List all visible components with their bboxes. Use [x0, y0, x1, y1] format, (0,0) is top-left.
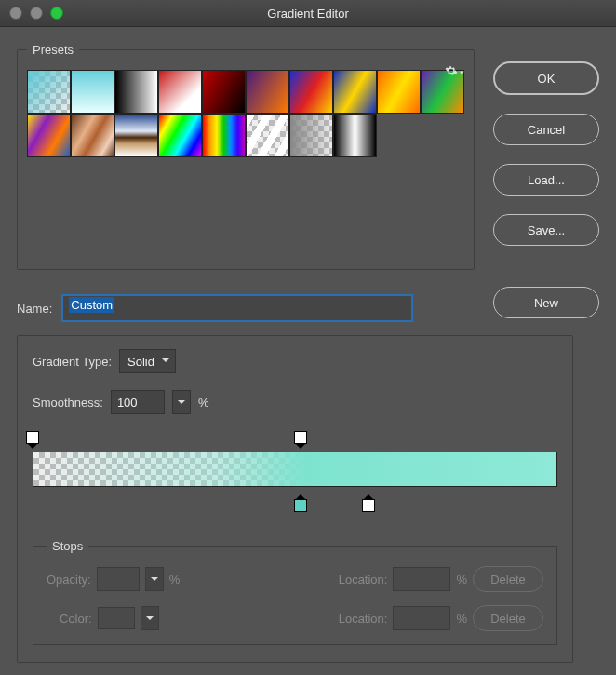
smoothness-stepper[interactable] — [172, 390, 191, 414]
opacity-location-input — [393, 567, 450, 591]
opacity-stepper — [145, 567, 164, 591]
color-stop[interactable] — [362, 489, 375, 509]
name-input-value: Custom — [69, 297, 114, 313]
preset-swatch[interactable] — [333, 114, 377, 157]
opacity-unit: % — [169, 573, 181, 587]
gradient-ramp[interactable] — [33, 431, 557, 517]
color-delete-button: Delete — [473, 605, 543, 631]
opacity-location-label: Location: — [339, 573, 388, 587]
name-label: Name: — [17, 302, 52, 316]
smoothness-unit: % — [198, 396, 209, 410]
window-zoom-button[interactable] — [50, 7, 63, 20]
opacity-input — [97, 567, 140, 591]
preset-swatch-grid — [27, 70, 464, 157]
load-button[interactable]: Load... — [493, 164, 599, 196]
preset-swatch[interactable] — [114, 70, 158, 114]
color-location-unit: % — [456, 612, 467, 626]
opacity-delete-button: Delete — [473, 566, 543, 592]
preset-swatch[interactable] — [158, 70, 202, 114]
presets-panel: Presets ▾ — [17, 43, 475, 270]
smoothness-label: Smoothness: — [33, 396, 103, 410]
stops-legend: Stops — [47, 539, 88, 553]
preset-swatch[interactable] — [377, 70, 421, 114]
titlebar: Gradient Editor — [0, 0, 616, 27]
smoothness-value: 100 — [117, 396, 138, 410]
preset-swatch[interactable] — [289, 70, 333, 114]
color-stop[interactable] — [294, 489, 307, 509]
gear-icon — [445, 64, 458, 80]
opacity-stop[interactable] — [26, 431, 39, 450]
opacity-label: Opacity: — [47, 573, 91, 587]
stops-panel: Stops Opacity: % Location: % Delete Colo… — [33, 539, 557, 645]
window-title: Gradient Editor — [0, 7, 616, 20]
preset-swatch[interactable] — [333, 70, 377, 114]
presets-menu-button[interactable]: ▾ — [445, 64, 464, 80]
gradient-type-select[interactable]: Solid — [119, 349, 176, 373]
preset-swatch[interactable] — [27, 114, 71, 157]
opacity-stop[interactable] — [294, 431, 307, 450]
color-label: Color: — [60, 612, 92, 626]
presets-legend: Presets — [27, 43, 79, 57]
window-minimize-button[interactable] — [30, 7, 43, 20]
chevron-down-icon: ▾ — [460, 68, 464, 77]
opacity-location-unit: % — [456, 573, 467, 587]
gradient-editor-window: Gradient Editor Presets ▾ Name: Custom — [0, 0, 616, 675]
ok-button[interactable]: OK — [493, 61, 599, 95]
cancel-button[interactable]: Cancel — [493, 114, 599, 145]
preset-swatch[interactable] — [158, 114, 202, 157]
save-button[interactable]: Save... — [493, 214, 599, 246]
name-input[interactable]: Custom — [61, 294, 413, 322]
new-button[interactable]: New — [493, 287, 599, 318]
preset-swatch[interactable] — [27, 70, 71, 114]
ramp-gradient — [33, 452, 556, 486]
preset-swatch[interactable] — [202, 114, 246, 157]
preset-swatch[interactable] — [202, 70, 246, 114]
gradient-editor-panel: Gradient Type: Solid Smoothness: 100 % — [17, 335, 573, 663]
window-close-button[interactable] — [9, 7, 22, 20]
preset-swatch[interactable] — [71, 70, 114, 114]
preset-swatch[interactable] — [114, 114, 158, 157]
preset-swatch[interactable] — [289, 114, 333, 157]
gradient-type-label: Gradient Type: — [33, 355, 112, 369]
preset-swatch[interactable] — [246, 114, 289, 157]
gradient-type-value: Solid — [127, 355, 154, 369]
color-location-input — [393, 606, 450, 630]
smoothness-input[interactable]: 100 — [111, 390, 165, 414]
color-well — [98, 607, 135, 629]
color-stepper — [141, 606, 159, 630]
preset-swatch[interactable] — [246, 70, 289, 114]
color-location-label: Location: — [339, 612, 388, 626]
preset-swatch[interactable] — [71, 114, 114, 157]
